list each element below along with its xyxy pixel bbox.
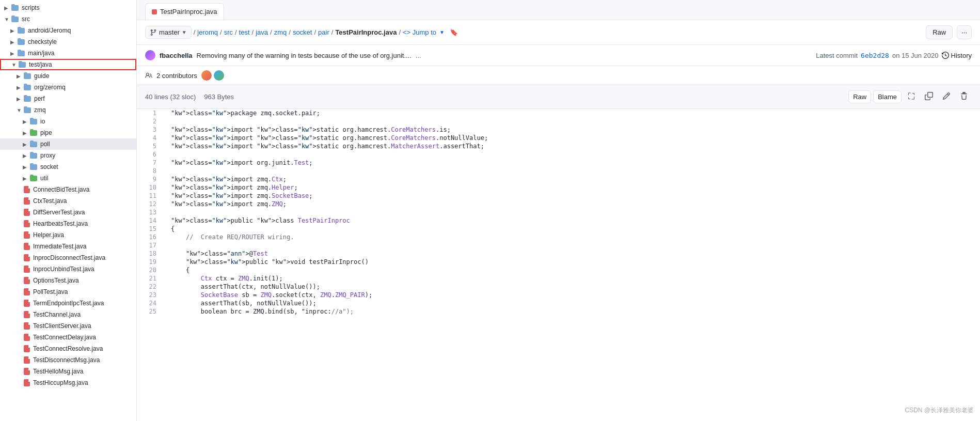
commit-author[interactable]: fbacchella [160,52,193,59]
table-row: 23 SocketBase sb = ZMQ.socket(ctx, ZMQ.Z… [137,291,980,299]
chevron-icon: ▶ [17,96,23,102]
sidebar-item-util[interactable]: ▶ util [0,173,136,184]
sidebar-item-TestHelloMsg[interactable]: TestHelloMsg.java [0,366,136,377]
breadcrumb-test[interactable]: test [239,28,250,36]
watermark: CSDN @长泽雅美你老婆 [905,406,974,415]
sidebar-item-src[interactable]: ▼ src [0,13,136,25]
line-content: assertThat(sb, notNullValue()); [163,299,980,307]
sidebar-item-TestClientServer[interactable]: TestClientServer.java [0,320,136,332]
history-button[interactable]: History [942,52,972,59]
branch-selector[interactable]: master ▼ [145,26,192,39]
breadcrumb-jump[interactable]: <> Jump to [403,28,436,36]
sidebar-item-TestDisconnectMsg[interactable]: TestDisconnectMsg.java [0,354,136,366]
chevron-down-icon: ▼ [182,29,187,35]
folder-icon [24,96,32,102]
line-number: 13 [137,208,163,216]
breadcrumb-sep4: / [252,28,254,36]
display-icon[interactable] [904,89,919,104]
raw-button[interactable]: Raw [848,90,871,103]
go-to-file-button[interactable]: Raw [926,25,953,39]
commit-hash[interactable]: 6eb2d28 [861,52,889,59]
avatar [145,50,155,60]
sidebar-item-label: ImmediateTest.java [33,243,86,250]
commit-left: fbacchella Removing many of the warning … [145,50,421,60]
edit-button[interactable] [939,89,954,104]
sidebar-item-test-java[interactable]: ▼ test/java [0,59,136,70]
folder-icon [24,73,32,80]
chevron-icon: ▼ [4,17,10,22]
commit-date: on 15 Jun 2020 [892,52,939,59]
copy-raw-button[interactable] [921,89,937,104]
line-content: Ctx ctx = ZMQ.init(1); [163,274,980,283]
sidebar-item-label: io [40,118,45,125]
line-number: 23 [137,291,163,299]
file-icon [24,356,31,364]
sidebar-item-ConnectBidTest[interactable]: ConnectBidTest.java [0,184,136,195]
sidebar-item-scripts[interactable]: ▶ scripts [0,2,136,13]
sidebar-item-TestHiccupMsg[interactable]: TestHiccupMsg.java [0,377,136,388]
file-icon [24,254,31,261]
sidebar-item-label: TestChannel.java [33,311,81,318]
sidebar-item-perf[interactable]: ▶ perf [0,93,136,104]
sidebar-item-label: InprocDisconnectTest.java [33,254,105,261]
sidebar-item-android[interactable]: ▶ android/Jeromq [0,25,136,36]
breadcrumb-socket[interactable]: socket [293,28,312,36]
sidebar-item-main-java[interactable]: ▶ main/java [0,48,136,59]
sidebar-item-DiffServerTest[interactable]: DiffServerTest.java [0,207,136,218]
sidebar-item-poll[interactable]: ▶ poll [0,138,136,150]
folder-icon [24,107,32,114]
line-number: 18 [137,250,163,258]
sidebar-item-ImmediateTest[interactable]: ImmediateTest.java [0,241,136,252]
breadcrumb-java[interactable]: java [256,28,268,36]
commit-ellipsis: ... [416,52,421,59]
blame-button[interactable]: Blame [873,90,902,103]
line-content [163,167,980,175]
breadcrumb-zmq[interactable]: zmq [274,28,287,36]
file-lines: 40 lines (32 sloc) [145,93,196,101]
table-row: 1"kw">class="kw">package zmq.socket.pair… [137,109,980,117]
sidebar-item-HeartbeatsTest[interactable]: HeartbeatsTest.java [0,218,136,229]
breadcrumb-jeromq[interactable]: jeromq [197,28,218,36]
sidebar-item-guide[interactable]: ▶ guide [0,70,136,82]
table-row: 19 "kw">class="kw">public "kw">void test… [137,258,980,266]
line-content: "kw">class="kw">import zmq.Ctx; [163,175,980,183]
sidebar-item-CtxTest[interactable]: CtxTest.java [0,195,136,207]
sidebar-item-InprocDisconnectTest[interactable]: InprocDisconnectTest.java [0,252,136,263]
line-content: "kw">class="kw">public "kw">class TestPa… [163,216,980,225]
sidebar-item-OptionsTest[interactable]: OptionsTest.java [0,275,136,286]
sidebar-item-label: TestClientServer.java [33,322,91,330]
sidebar-item-TestConnectDelay[interactable]: TestConnectDelay.java [0,332,136,343]
contributor-avatar-2[interactable] [214,70,224,81]
file-icon [24,209,31,216]
delete-button[interactable] [956,89,972,104]
sidebar-item-Helper[interactable]: Helper.java [0,229,136,241]
line-content [163,150,980,159]
contributor-avatar-1[interactable] [201,70,212,81]
sidebar-item-InprocUnbindTest[interactable]: InprocUnbindTest.java [0,263,136,275]
sidebar-item-label: TestHiccupMsg.java [33,379,88,386]
sidebar-item-pipe[interactable]: ▶ pipe [0,127,136,138]
file-icon [24,231,31,239]
folder-icon [18,27,26,34]
table-row: 25 boolean brc = ZMQ.bind(sb, "inproc://… [137,307,980,316]
sidebar-item-proxy[interactable]: ▶ proxy [0,150,136,161]
more-options-button[interactable]: ··· [957,25,972,39]
sidebar-item-io[interactable]: ▶ io [0,116,136,127]
sidebar-item-label: CtxTest.java [33,197,67,205]
bookmark-icon[interactable]: 🔖 [450,28,458,36]
tab-bar: TestPairInproc.java [137,0,980,20]
sidebar-item-TestChannel[interactable]: TestChannel.java [0,309,136,320]
sidebar-item-TermEndpointIpcTest[interactable]: TermEndpointIpcTest.java [0,298,136,309]
breadcrumb-pair[interactable]: pair [318,28,329,36]
sidebar-item-label: TestDisconnectMsg.java [33,356,100,364]
sidebar-item-socket[interactable]: ▶ socket [0,161,136,173]
sidebar-item-checkstyle[interactable]: ▶ checkstyle [0,36,136,48]
sidebar-item-label: zmq [34,106,46,114]
tab-testpairinproc[interactable]: TestPairInproc.java [145,3,224,20]
sidebar-item-org-zeromq[interactable]: ▶ org/zeromq [0,82,136,93]
sidebar-item-PollTest[interactable]: PollTest.java [0,286,136,298]
sidebar-item-zmq[interactable]: ▼ zmq [0,104,136,116]
folder-icon [18,50,26,57]
sidebar-item-TestConnectResolve[interactable]: TestConnectResolve.java [0,343,136,354]
breadcrumb-src[interactable]: src [224,28,233,36]
